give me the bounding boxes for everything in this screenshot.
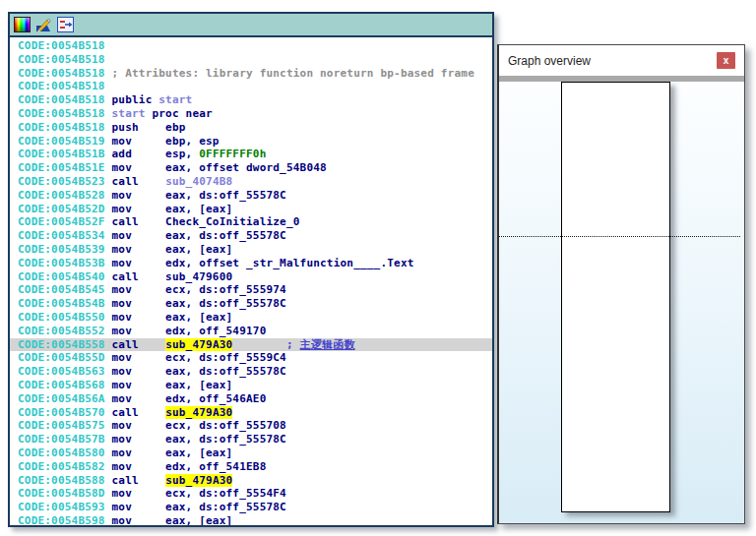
listing-segment: mov eax, [eax] (112, 243, 233, 256)
listing-address: CODE:0054B545 (18, 283, 112, 296)
disassembly-titlebar[interactable] (10, 14, 492, 37)
graph-node-rect[interactable] (561, 82, 670, 512)
listing-segment: mov eax, [eax] (112, 514, 233, 525)
listing-address: CODE:0054B56A (18, 392, 112, 405)
graph-overview-title: Graph overview (508, 54, 591, 68)
listing-address: CODE:0054B568 (18, 379, 112, 391)
listing-segment: add esp, (112, 148, 200, 160)
graph-overview-canvas[interactable] (499, 82, 744, 523)
listing-segment: sub_479A30 (165, 338, 232, 351)
listing-segment: call (112, 474, 166, 487)
listing-row[interactable]: CODE:0054B575 mov ecx, ds:off_555708 (10, 419, 492, 433)
listing-segment: mov eax, [eax] (112, 447, 233, 459)
listing-row[interactable]: CODE:0054B545 mov ecx, ds:off_555974 (10, 283, 492, 297)
listing-address: CODE:0054B528 (18, 189, 112, 202)
listing-segment: mov eax, ds:off_55578C (112, 189, 286, 202)
listing-segment: call (112, 406, 166, 419)
graph-overview-window: Graph overview x (497, 44, 745, 524)
listing-segment: 0FFFFFFF0h (199, 148, 266, 160)
listing-segment: mov ecx, ds:off_555974 (112, 283, 286, 296)
listing-row[interactable]: CODE:0054B518 (10, 53, 492, 67)
listing-row[interactable]: CODE:0054B519 mov ebp, esp (10, 135, 492, 149)
listing-segment: mov eax, [eax] (112, 379, 233, 391)
listing-address: CODE:0054B52D (18, 203, 112, 215)
listing-segment: mov eax, ds:off_55578C (112, 297, 286, 310)
listing-segment: push ebp (112, 121, 186, 134)
listing-address: CODE:0054B552 (18, 325, 112, 337)
listing-address: CODE:0054B518 (18, 107, 112, 120)
edit-pencil-icon[interactable] (35, 17, 52, 32)
listing-row[interactable]: CODE:0054B540 call sub_479600 (10, 270, 492, 284)
listing-row[interactable]: CODE:0054B570 call sub_479A30 (10, 406, 492, 420)
listing-segment: sub_479A30 (165, 406, 232, 419)
listing-row[interactable]: CODE:0054B550 mov eax, [eax] (10, 311, 492, 325)
listing-address: CODE:0054B519 (18, 135, 112, 148)
listing-segment: mov eax, ds:off_55578C (112, 501, 286, 513)
listing-row[interactable]: CODE:0054B598 mov eax, [eax] (10, 514, 492, 525)
listing-segment: mov edx, off_541EB8 (112, 460, 267, 473)
listing-row[interactable]: CODE:0054B52D mov eax, [eax] (10, 203, 492, 216)
listing-segment: sub_479A30 (165, 474, 232, 487)
listing-segment: ; Attributes: library function noreturn … (112, 67, 474, 80)
listing-segment: call Check_CoInitialize_0 (112, 215, 300, 228)
listing-row[interactable]: CODE:0054B518 ; Attributes: library func… (10, 67, 492, 81)
desktop: CODE:0054B518 CODE:0054B518 CODE:0054B51… (0, 0, 756, 536)
listing-row[interactable]: CODE:0054B58D mov ecx, ds:off_5554F4 (10, 487, 492, 501)
listing-segment: mov eax, [eax] (112, 311, 233, 324)
listing-row[interactable]: CODE:0054B582 mov edx, off_541EB8 (10, 460, 492, 474)
listing-address: CODE:0054B52F (18, 215, 112, 228)
listing-address: CODE:0054B558 (18, 338, 112, 351)
listing-segment: call (112, 175, 166, 188)
listing-row[interactable]: CODE:0054B518 push ebp (10, 121, 492, 135)
listing-segment: mov ecx, ds:off_5554F4 (112, 487, 286, 500)
disassembly-listing[interactable]: CODE:0054B518 CODE:0054B518 CODE:0054B51… (10, 37, 492, 525)
listing-segment: mov eax, [eax] (112, 203, 233, 215)
listing-row[interactable]: CODE:0054B57B mov eax, ds:off_55578C (10, 433, 492, 447)
listing-segment: proc near (152, 107, 212, 120)
listing-row[interactable]: CODE:0054B593 mov eax, ds:off_55578C (10, 501, 492, 514)
listing-address: CODE:0054B598 (18, 514, 112, 525)
listing-row[interactable]: CODE:0054B53B mov edx, offset _str_Malfu… (10, 257, 492, 270)
listing-address: CODE:0054B51E (18, 161, 112, 174)
listing-row[interactable]: CODE:0054B539 mov eax, [eax] (10, 243, 492, 257)
listing-row[interactable]: CODE:0054B588 call sub_479A30 (10, 474, 492, 488)
listing-row[interactable]: CODE:0054B55D mov ecx, ds:off_5559C4 (10, 351, 492, 365)
listing-row[interactable]: CODE:0054B51B add esp, 0FFFFFFF0h (10, 148, 492, 161)
listing-address: CODE:0054B57B (18, 433, 112, 446)
listing-row[interactable]: CODE:0054B523 call sub_4074B8 (10, 175, 492, 189)
listing-address: CODE:0054B570 (18, 406, 112, 419)
listing-address: CODE:0054B563 (18, 365, 112, 378)
listing-segment: mov edx, offset _str_Malfunction____.Tex… (112, 257, 414, 269)
listing-address: CODE:0054B593 (18, 501, 112, 513)
close-icon[interactable]: x (717, 52, 735, 69)
listing-row[interactable]: CODE:0054B563 mov eax, ds:off_55578C (10, 365, 492, 379)
listing-address: CODE:0054B55D (18, 351, 112, 364)
listing-row-selected[interactable]: CODE:0054B558 call sub_479A30 ; 主逻辑函数 (10, 338, 492, 352)
listing-segment (232, 338, 286, 351)
colors-palette-icon[interactable] (14, 17, 31, 32)
listing-address: CODE:0054B518 (18, 67, 112, 80)
listing-row[interactable]: CODE:0054B56A mov edx, off_546AE0 (10, 392, 492, 406)
listing-address: CODE:0054B518 (18, 121, 112, 134)
listing-address: CODE:0054B582 (18, 460, 112, 473)
listing-row[interactable]: CODE:0054B52F call Check_CoInitialize_0 (10, 215, 492, 229)
listing-row[interactable]: CODE:0054B552 mov edx, off_549170 (10, 325, 492, 338)
listing-segment: ; (286, 338, 300, 351)
listing-row[interactable]: CODE:0054B568 mov eax, [eax] (10, 379, 492, 392)
listing-segment: mov eax, ds:off_55578C (112, 229, 286, 242)
listing-address: CODE:0054B534 (18, 229, 112, 242)
graph-overview-titlebar[interactable]: Graph overview x (499, 45, 744, 76)
listing-address: CODE:0054B518 (18, 93, 112, 106)
graph-navigation-icon[interactable] (57, 17, 74, 32)
listing-row[interactable]: CODE:0054B518 public start (10, 93, 492, 107)
listing-row[interactable]: CODE:0054B518 start proc near (10, 107, 492, 121)
listing-row[interactable]: CODE:0054B580 mov eax, [eax] (10, 447, 492, 460)
listing-segment: start (112, 107, 153, 120)
listing-row[interactable]: CODE:0054B51E mov eax, offset dword_54B0… (10, 161, 492, 175)
listing-row[interactable]: CODE:0054B518 (10, 39, 492, 53)
listing-segment: call sub_479600 (112, 270, 233, 283)
listing-row[interactable]: CODE:0054B518 (10, 80, 492, 93)
listing-row[interactable]: CODE:0054B54B mov eax, ds:off_55578C (10, 297, 492, 311)
listing-row[interactable]: CODE:0054B528 mov eax, ds:off_55578C (10, 189, 492, 203)
listing-row[interactable]: CODE:0054B534 mov eax, ds:off_55578C (10, 229, 492, 243)
